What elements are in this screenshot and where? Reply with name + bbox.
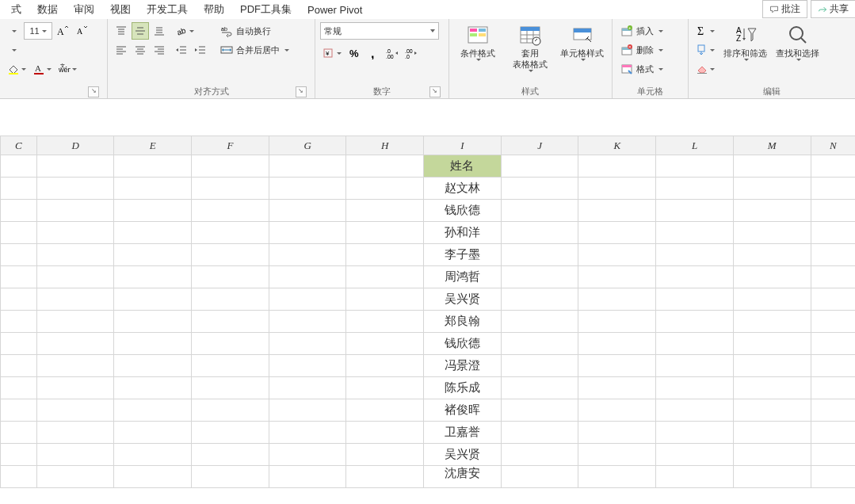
insert-cells-button[interactable]: + 插入 — [617, 22, 666, 40]
tab-view[interactable]: 视图 — [102, 0, 139, 19]
orientation-button[interactable]: ab — [173, 22, 197, 40]
cell-I-r13[interactable]: 卫嘉誉 — [424, 422, 502, 444]
align-left-icon — [115, 44, 128, 56]
svg-rect-39 — [698, 45, 704, 52]
align-right-button[interactable] — [151, 41, 168, 59]
cell-I-r10[interactable]: 冯景澄 — [424, 355, 502, 377]
find-select-button[interactable]: 查找和选择 — [774, 22, 822, 63]
tab-data[interactable]: 数据 — [29, 0, 66, 19]
fill-button[interactable] — [693, 41, 717, 59]
col-header-J[interactable]: J — [501, 136, 578, 155]
tab-formulas-partial[interactable]: 式 — [3, 0, 29, 19]
col-header-M[interactable]: M — [733, 136, 811, 155]
cell-I-r7[interactable]: 吴兴贤 — [424, 288, 502, 311]
comment-icon — [769, 5, 779, 14]
align-top-icon — [115, 25, 128, 37]
col-header-L[interactable]: L — [656, 136, 734, 155]
cell-I-r2[interactable]: 赵文林 — [424, 178, 502, 200]
font-name-dropdown-partial[interactable] — [5, 22, 22, 40]
font-dialog-launcher[interactable]: ↘ — [88, 86, 99, 97]
tab-help[interactable]: 帮助 — [196, 0, 232, 19]
number-group-label: 数字 — [373, 86, 391, 96]
tab-pdf-tools[interactable]: PDF工具集 — [232, 0, 300, 19]
percent-style-button[interactable]: % — [345, 44, 363, 62]
decrease-font-size-button[interactable]: A — [73, 22, 90, 40]
svg-rect-22 — [479, 33, 486, 36]
merge-center-button[interactable]: 合并后居中 — [217, 41, 292, 59]
underline-dropdown-partial[interactable] — [5, 41, 22, 59]
increase-indent-button[interactable] — [192, 41, 209, 59]
col-header-E[interactable]: E — [114, 136, 192, 155]
tab-developer[interactable]: 开发工具 — [139, 0, 196, 19]
cell-I-header[interactable]: 姓名 — [424, 155, 502, 178]
tab-review[interactable]: 审阅 — [66, 0, 102, 19]
cell-styles-icon — [571, 24, 594, 46]
svg-rect-27 — [574, 29, 591, 32]
accounting-format-button[interactable]: ¥ — [320, 44, 344, 62]
format-as-table-label: 套用 表格格式 — [513, 48, 548, 70]
cell-I-r11[interactable]: 陈乐成 — [424, 377, 502, 399]
wrap-text-button[interactable]: ab 自动换行 — [217, 22, 292, 40]
cell-I-r8[interactable]: 郑良翰 — [424, 311, 502, 333]
comma-style-button[interactable]: , — [365, 44, 382, 62]
cell-styles-button[interactable]: 单元格样式 — [559, 22, 606, 63]
svg-text:,: , — [371, 47, 374, 59]
decrease-indent-button[interactable] — [173, 41, 190, 59]
align-left-button[interactable] — [113, 41, 130, 59]
phonetic-guide-button[interactable]: wén文 — [55, 60, 79, 78]
format-as-table-button[interactable]: 套用 表格格式 — [506, 22, 554, 74]
align-top-button[interactable] — [113, 22, 130, 40]
delete-cells-button[interactable]: × 删除 — [617, 41, 666, 59]
col-header-D[interactable]: D — [36, 136, 114, 155]
font-color-button[interactable]: A — [30, 60, 54, 78]
autosum-button[interactable]: Σ — [693, 22, 717, 40]
col-header-K[interactable]: K — [578, 136, 656, 155]
svg-text:Σ: Σ — [697, 25, 704, 37]
svg-text:.00: .00 — [386, 54, 394, 59]
phonetic-icon: wén文 — [58, 63, 71, 75]
col-header-F[interactable]: F — [192, 136, 269, 155]
styles-group-label: 样式 — [521, 86, 539, 96]
tab-power-pivot[interactable]: Power Pivot — [300, 2, 370, 18]
format-cells-button[interactable]: 格式 — [617, 60, 666, 78]
align-center-icon — [134, 44, 147, 56]
increase-font-size-button[interactable]: A — [54, 22, 71, 40]
increase-decimal-button[interactable]: .0.00 — [384, 44, 401, 62]
alignment-dialog-launcher[interactable]: ↘ — [296, 86, 307, 97]
cell-I-r14[interactable]: 吴兴贤 — [424, 444, 502, 466]
menu-bar: 式 数据 审阅 视图 开发工具 帮助 PDF工具集 Power Pivot 批注… — [0, 0, 855, 19]
comma-icon: , — [367, 47, 380, 59]
clear-button[interactable] — [693, 60, 717, 78]
col-header-I[interactable]: I — [424, 136, 502, 155]
increase-indent-icon — [194, 44, 207, 56]
col-header-G[interactable]: G — [269, 136, 346, 155]
fill-color-button[interactable] — [5, 60, 29, 78]
share-button[interactable]: 共享 — [811, 0, 855, 18]
spreadsheet-grid[interactable]: C D E F G H I J K L M N 姓名 赵文林 钱欣德 孙和洋 李… — [0, 136, 855, 488]
col-header-C[interactable]: C — [1, 136, 37, 155]
column-header-row[interactable]: C D E F G H I J K L M N — [1, 136, 856, 155]
cell-I-r4[interactable]: 孙和洋 — [424, 222, 502, 244]
font-size-combo[interactable]: 11 — [24, 22, 52, 40]
sort-filter-button[interactable]: AZ 排序和筛选 — [722, 22, 769, 63]
delete-cells-label: 删除 — [636, 44, 654, 56]
decrease-decimal-button[interactable]: .00.0 — [403, 44, 420, 62]
cell-I-r15[interactable]: 沈唐安 — [424, 466, 502, 488]
col-header-H[interactable]: H — [346, 136, 424, 155]
cell-I-r12[interactable]: 褚俊晖 — [424, 399, 502, 422]
col-header-N[interactable]: N — [811, 136, 855, 155]
svg-rect-2 — [9, 73, 18, 74]
font-color-icon: A — [32, 63, 45, 75]
align-middle-button[interactable] — [132, 22, 149, 40]
cell-I-r9[interactable]: 钱欣德 — [424, 333, 502, 355]
number-dialog-launcher[interactable]: ↘ — [429, 86, 441, 97]
cell-I-r5[interactable]: 李子墨 — [424, 244, 502, 266]
comments-button[interactable]: 批注 — [762, 0, 807, 18]
align-bottom-button[interactable] — [151, 22, 168, 40]
cell-I-r3[interactable]: 钱欣德 — [424, 200, 502, 222]
cell-I-r6[interactable]: 周鸿哲 — [424, 266, 502, 288]
number-format-combo[interactable]: 常规 — [320, 22, 439, 40]
conditional-formatting-button[interactable]: 条件格式 — [454, 22, 502, 63]
align-center-button[interactable] — [132, 41, 149, 59]
cells-group-label: 单元格 — [637, 86, 663, 96]
